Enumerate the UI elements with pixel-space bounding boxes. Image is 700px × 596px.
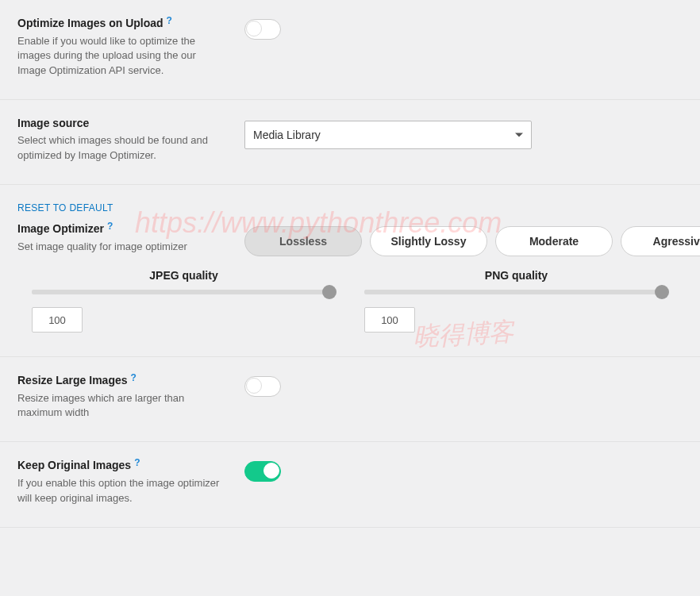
help-icon[interactable]: ? — [134, 457, 140, 470]
section-keep-original: Keep Original Images? If you enable this… — [0, 442, 700, 527]
image-source-select[interactable]: Media Library — [244, 121, 532, 149]
image-optimizer-title: Image Optimizer? — [17, 221, 224, 236]
image-source-desc: Select which images should be found and … — [17, 133, 224, 163]
image-optimizer-desc: Set image quality for image optimizer — [17, 240, 224, 255]
pill-moderate[interactable]: Moderate — [495, 226, 613, 256]
png-quality-value[interactable]: 100 — [364, 307, 415, 333]
png-quality-col: PNG quality 100 — [350, 269, 683, 333]
optimize-upload-desc: Enable if you would like to optimize the… — [17, 34, 224, 79]
help-icon[interactable]: ? — [107, 221, 113, 233]
resize-large-toggle[interactable] — [244, 376, 281, 397]
optimizer-pill-group: Lossless Slightly Lossy Moderate Agressi… — [244, 226, 700, 256]
optimize-upload-title: Optimize Images on Upload? — [17, 16, 224, 31]
keep-original-title: Keep Original Images? — [17, 458, 224, 473]
optimize-upload-toggle[interactable] — [244, 19, 281, 40]
png-slider-thumb[interactable] — [655, 285, 669, 299]
pill-slightly-lossy[interactable]: Slightly Lossy — [370, 226, 487, 256]
pill-lossless[interactable]: Lossless — [244, 226, 362, 256]
section-optimize-upload: Optimize Images on Upload? Enable if you… — [0, 0, 700, 100]
resize-large-desc: Resize images which are larger than maxi… — [17, 391, 224, 421]
png-quality-label: PNG quality — [364, 269, 668, 282]
jpeg-quality-slider[interactable] — [32, 290, 336, 294]
png-quality-slider[interactable] — [364, 290, 668, 294]
keep-original-desc: If you enable this option the image opti… — [17, 476, 224, 506]
jpeg-quality-label: JPEG quality — [32, 269, 336, 282]
jpeg-slider-thumb[interactable] — [322, 285, 337, 299]
settings-panel: https://www.pythonthree.com 晓得博客 Optimiz… — [0, 0, 700, 596]
section-image-source: Image source Select which images should … — [0, 100, 700, 185]
resize-large-title: Resize Large Images? — [17, 373, 224, 388]
jpeg-quality-col: JPEG quality 100 — [17, 269, 350, 333]
section-resize-large: Resize Large Images? Resize images which… — [0, 357, 700, 442]
section-image-optimizer: RESET TO DEFAULT Image Optimizer? Set im… — [0, 185, 700, 256]
reset-to-default-link[interactable]: RESET TO DEFAULT — [17, 202, 113, 213]
help-icon[interactable]: ? — [131, 372, 137, 385]
quality-row: JPEG quality 100 PNG quality 100 — [0, 256, 700, 357]
keep-original-toggle[interactable] — [244, 461, 281, 482]
image-source-selected: Media Library — [253, 129, 321, 141]
image-source-title: Image source — [17, 116, 224, 130]
chevron-down-icon — [515, 133, 523, 137]
help-icon[interactable]: ? — [167, 15, 172, 28]
jpeg-quality-value[interactable]: 100 — [32, 307, 83, 333]
pill-agressive[interactable]: Agressive — [621, 226, 700, 256]
